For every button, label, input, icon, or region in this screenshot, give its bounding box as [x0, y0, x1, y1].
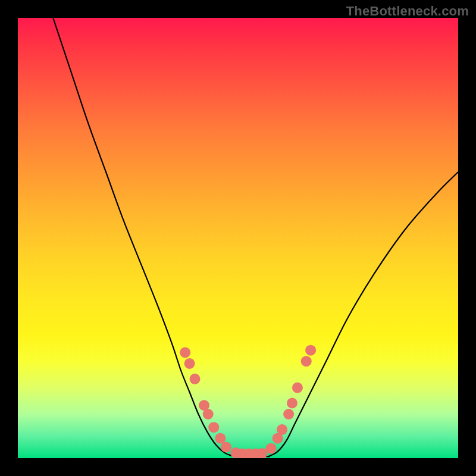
highlight-marker: [283, 409, 294, 419]
highlight-marker: [305, 345, 316, 356]
highlight-marker: [292, 383, 303, 393]
chart-plot-area: [18, 18, 458, 458]
watermark-text: TheBottleneck.com: [346, 4, 469, 19]
highlight-marker: [208, 422, 219, 433]
highlight-marker: [184, 358, 195, 369]
highlight-marker: [190, 374, 201, 384]
highlight-marker-group: [180, 345, 316, 458]
highlight-marker: [287, 398, 298, 409]
highlight-marker: [301, 356, 312, 367]
highlight-marker: [203, 409, 214, 419]
bottleneck-curve-line: [53, 18, 458, 457]
highlight-marker: [180, 347, 190, 358]
chart-svg: [18, 18, 458, 458]
highlight-marker: [277, 424, 287, 435]
highlight-marker: [221, 442, 231, 453]
highlight-marker: [266, 443, 277, 454]
highlight-marker: [215, 433, 226, 444]
